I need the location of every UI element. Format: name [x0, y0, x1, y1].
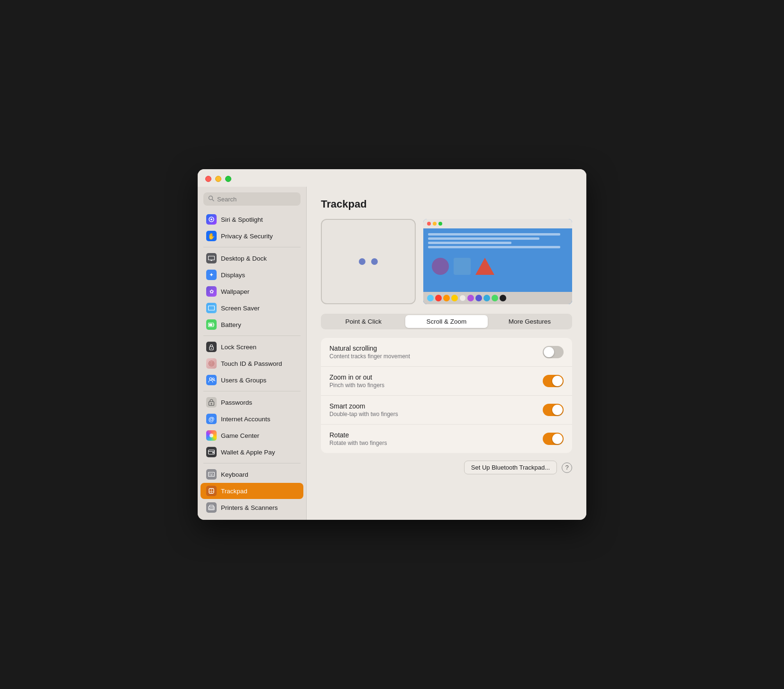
screen-lines: [428, 233, 567, 248]
sidebar: Siri & Spotlight ✋ Privacy & Security De…: [198, 187, 307, 520]
svg-point-21: [210, 434, 213, 437]
setting-row-rotate: Rotate Rotate with two fingers: [321, 425, 572, 453]
screen-min-dot: [433, 222, 437, 226]
toggle-rotate[interactable]: [543, 433, 564, 445]
svg-point-15: [211, 363, 212, 364]
color-dot-4: [451, 295, 458, 301]
maximize-button[interactable]: [225, 176, 231, 182]
setting-row-smart-zoom: Smart zoom Double-tap with two fingers: [321, 396, 572, 425]
desktop-icon: [206, 253, 217, 263]
sidebar-item-users[interactable]: Users & Groups: [201, 372, 303, 388]
sidebar-item-label-lockscreen: Lock Screen: [221, 344, 256, 351]
displays-icon: ✦: [206, 270, 217, 280]
sidebar-item-printers[interactable]: Printers & Scanners: [201, 499, 303, 516]
screen-top-bar: [423, 219, 572, 228]
sidebar-item-lockscreen[interactable]: Lock Screen: [201, 339, 303, 355]
sidebar-item-label-battery: Battery: [221, 321, 241, 328]
screen-close-dot: [427, 222, 431, 226]
setting-title-smart-zoom: Smart zoom: [329, 402, 543, 410]
svg-rect-7: [209, 306, 215, 310]
trackpad-dots: [359, 258, 378, 265]
search-box[interactable]: [203, 192, 301, 206]
setting-title-natural-scrolling: Natural scrolling: [329, 344, 543, 352]
sidebar-item-internet[interactable]: @ Internet Accounts: [201, 411, 303, 427]
setting-subtitle-zoom-in-out: Pinch with two fingers: [329, 382, 543, 389]
search-input[interactable]: [217, 196, 296, 203]
settings-window: Siri & Spotlight ✋ Privacy & Security De…: [198, 169, 586, 520]
color-dot-1: [427, 295, 434, 301]
bottom-actions: Set Up Bluetooth Trackpad... ?: [321, 461, 572, 474]
setting-text-zoom-in-out: Zoom in or out Pinch with two fingers: [329, 373, 543, 389]
help-button[interactable]: ?: [562, 462, 572, 473]
sidebar-item-label-wallpaper: Wallpaper: [221, 288, 249, 295]
sidebar-item-label-internet: Internet Accounts: [221, 416, 270, 423]
sidebar-item-label-users: Users & Groups: [221, 377, 266, 384]
sidebar-item-siri[interactable]: Siri & Spotlight: [201, 211, 303, 227]
sidebar-item-trackpad[interactable]: Trackpad: [201, 483, 303, 499]
tabs-container: Point & Click Scroll & Zoom More Gesture…: [321, 314, 572, 329]
trackpad-preview: [321, 219, 416, 304]
trackpad-dot-left: [359, 258, 365, 265]
color-dot-5: [459, 295, 466, 301]
toggle-knob-rotate: [552, 434, 563, 444]
sidebar-item-label-keyboard: Keyboard: [221, 471, 248, 478]
sidebar-item-wallpaper[interactable]: ✿ Wallpaper: [201, 283, 303, 299]
svg-rect-36: [210, 508, 213, 509]
svg-rect-25: [209, 472, 215, 477]
shape-triangle: [475, 258, 494, 275]
screen-shapes: [428, 254, 567, 279]
sidebar-item-battery[interactable]: Battery: [201, 317, 303, 333]
tab-scroll-zoom[interactable]: Scroll & Zoom: [405, 315, 487, 328]
toggle-zoom-in-out[interactable]: [543, 375, 564, 387]
screen-colors: [423, 292, 572, 304]
sidebar-item-wallet[interactable]: Wallet & Apple Pay: [201, 444, 303, 460]
privacy-icon: ✋: [206, 231, 217, 241]
sidebar-divider-3: [203, 391, 301, 391]
toggle-knob-natural-scrolling: [544, 347, 554, 357]
sidebar-item-gamecenter[interactable]: Game Center: [201, 427, 303, 444]
sidebar-item-label-wallet: Wallet & Apple Pay: [221, 449, 275, 456]
lockscreen-icon: [206, 342, 217, 352]
setting-subtitle-natural-scrolling: Content tracks finger movement: [329, 353, 543, 360]
keyboard-icon: [206, 469, 217, 480]
toggle-knob-zoom-in-out: [552, 376, 563, 386]
sidebar-item-passwords[interactable]: Passwords: [201, 394, 303, 410]
color-dot-2: [435, 295, 442, 301]
sidebar-item-label-touchid: Touch ID & Password: [221, 360, 282, 367]
svg-point-3: [210, 218, 212, 220]
tab-point-click[interactable]: Point & Click: [322, 315, 404, 328]
sidebar-item-keyboard[interactable]: Keyboard: [201, 466, 303, 482]
toggle-natural-scrolling[interactable]: [543, 346, 564, 358]
sidebar-item-displays[interactable]: ✦ Displays: [201, 267, 303, 283]
color-dot-8: [483, 295, 490, 301]
setting-row-natural-scrolling: Natural scrolling Content tracks finger …: [321, 338, 572, 367]
sidebar-item-desktop[interactable]: Desktop & Dock: [201, 250, 303, 266]
main-content: Siri & Spotlight ✋ Privacy & Security De…: [198, 187, 586, 520]
preview-area: [321, 219, 572, 304]
sidebar-item-label-trackpad: Trackpad: [221, 488, 247, 495]
setup-bluetooth-button[interactable]: Set Up Bluetooth Trackpad...: [464, 461, 557, 474]
sidebar-item-label-gamecenter: Game Center: [221, 432, 259, 439]
users-icon: [206, 375, 217, 385]
sidebar-item-touchid[interactable]: Touch ID & Password: [201, 355, 303, 372]
svg-rect-4: [209, 256, 215, 260]
sidebar-item-privacy[interactable]: ✋ Privacy & Security: [201, 228, 303, 244]
shape-rect: [454, 258, 471, 275]
shape-circle: [432, 258, 449, 275]
detail-pane: Trackpad: [307, 187, 586, 520]
search-icon: [208, 195, 214, 203]
minimize-button[interactable]: [215, 176, 221, 182]
tab-more-gestures[interactable]: More Gestures: [489, 315, 571, 328]
toggle-smart-zoom[interactable]: [543, 404, 564, 416]
svg-point-37: [213, 507, 213, 508]
close-button[interactable]: [205, 176, 211, 182]
screen-preview: [423, 219, 572, 304]
sidebar-item-label-printers: Printers & Scanners: [221, 504, 278, 511]
screen-line-3: [428, 242, 511, 244]
screen-line-2: [428, 237, 539, 240]
svg-line-1: [212, 199, 214, 201]
sidebar-item-label-screensaver: Screen Saver: [221, 305, 260, 312]
svg-point-16: [210, 378, 212, 380]
touchid-icon: [206, 358, 217, 369]
sidebar-item-screensaver[interactable]: Screen Saver: [201, 300, 303, 316]
